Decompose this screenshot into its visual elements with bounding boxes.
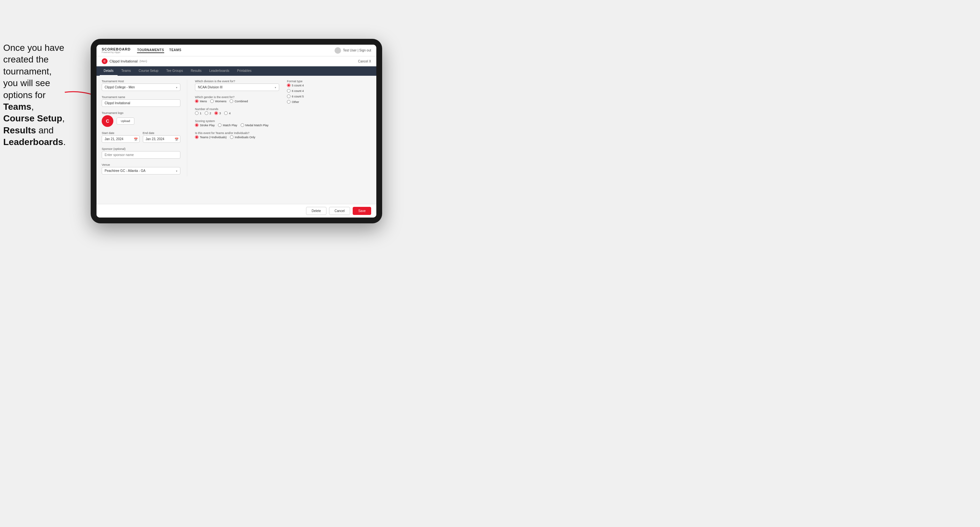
form-right-col: Format type 5 count 4 6 count 4 xyxy=(286,79,371,176)
scoring-match-radio[interactable] xyxy=(218,123,221,127)
gender-mens-radio[interactable] xyxy=(195,99,199,103)
scoring-medal-match-radio[interactable] xyxy=(241,123,244,127)
cancel-button-x[interactable]: Cancel X xyxy=(358,60,371,63)
gender-womens[interactable]: Womens xyxy=(210,99,226,103)
venue-select-wrapper: Peachtree GC - Atlanta - GA xyxy=(102,167,180,175)
cancel-button[interactable]: Cancel xyxy=(329,207,350,215)
format-6count5-radio[interactable] xyxy=(287,95,291,98)
form-middle-col: Which division is the event for? NCAA Di… xyxy=(194,79,279,176)
tab-leaderboards[interactable]: Leaderboards xyxy=(205,67,233,76)
gender-combined[interactable]: Combined xyxy=(230,99,248,103)
logo-subtitle: Powered by clippd xyxy=(102,51,130,53)
tab-results[interactable]: Results xyxy=(187,67,205,76)
teams-label: Is this event for Teams and/or Individua… xyxy=(195,132,279,135)
scoring-match[interactable]: Match Play xyxy=(218,123,237,127)
division-group: Which division is the event for? NCAA Di… xyxy=(195,79,279,91)
tournament-title: C Clippd Invitational (Men) xyxy=(102,58,147,64)
format-6count4-radio[interactable] xyxy=(287,89,291,92)
calendar-icon-2: 📅 xyxy=(175,137,178,141)
tab-course-setup[interactable]: Course Setup xyxy=(135,67,162,76)
rounds-4-radio[interactable] xyxy=(224,111,228,115)
form-footer: Delete Cancel Save xyxy=(97,204,376,217)
venue-group: Venue Peachtree GC - Atlanta - GA xyxy=(102,163,180,175)
tablet-device: SCOREBOARD Powered by clippd TOURNAMENTS… xyxy=(91,39,382,223)
scoring-stroke[interactable]: Stroke Play xyxy=(195,123,215,127)
teams-plus-radio[interactable] xyxy=(195,135,199,139)
tournament-name-label: Tournament name xyxy=(102,95,180,99)
rounds-radio-group: 1 2 3 4 xyxy=(195,111,279,115)
delete-button[interactable]: Delete xyxy=(306,207,326,215)
start-date-group: Start date 📅 xyxy=(102,132,140,143)
venue-label: Venue xyxy=(102,163,180,167)
individuals-only-label: Individuals Only xyxy=(235,136,256,139)
tab-tee-groups[interactable]: Tee Groups xyxy=(162,67,187,76)
format-other[interactable]: Other xyxy=(287,100,371,103)
sponsor-group: Sponsor (optional) xyxy=(102,147,180,159)
format-6count4[interactable]: 6 count 4 xyxy=(287,89,371,92)
teams-plus[interactable]: Teams (+Individuals) xyxy=(195,135,227,139)
tab-bar: Details Teams Course Setup Tee Groups Re… xyxy=(97,67,376,76)
scoring-medal-match[interactable]: Medal Match Play xyxy=(241,123,269,127)
tournament-host-group: Tournament Host Clippd College - Men xyxy=(102,79,180,91)
format-5count4-radio[interactable] xyxy=(287,84,291,87)
tournament-host-label: Tournament Host xyxy=(102,79,180,83)
rounds-4[interactable]: 4 xyxy=(224,111,231,115)
format-6count5[interactable]: 6 count 5 xyxy=(287,95,371,98)
teams-plus-label: Teams (+Individuals) xyxy=(200,136,227,139)
format-6count5-label: 6 count 5 xyxy=(292,95,304,98)
rounds-2-radio[interactable] xyxy=(205,111,208,115)
nav-links: TOURNAMENTS TEAMS xyxy=(137,48,181,53)
format-other-label: Other xyxy=(292,100,299,103)
tournament-name-input[interactable] xyxy=(102,99,180,107)
end-date-label: End date xyxy=(143,132,181,135)
tab-details[interactable]: Details xyxy=(100,67,118,76)
gender-mens[interactable]: Mens xyxy=(195,99,207,103)
save-button[interactable]: Save xyxy=(353,207,371,215)
division-select-wrapper: NCAA Division III xyxy=(195,84,279,91)
sponsor-label: Sponsor (optional) xyxy=(102,147,180,151)
tournament-host-select[interactable]: Clippd College - Men xyxy=(102,84,180,91)
sponsor-input[interactable] xyxy=(102,151,180,159)
teams-radio-group: Teams (+Individuals) Individuals Only xyxy=(195,135,279,139)
format-5count4-label: 5 count 4 xyxy=(292,84,304,87)
division-select[interactable]: NCAA Division III xyxy=(195,84,279,91)
scoring-label: Scoring system xyxy=(195,119,279,123)
scoring-stroke-radio[interactable] xyxy=(195,123,199,127)
user-area: Test User | Sign out xyxy=(334,47,371,54)
gender-combined-radio[interactable] xyxy=(230,99,233,103)
tab-printables[interactable]: Printables xyxy=(233,67,255,76)
tournament-host-select-wrapper: Clippd College - Men xyxy=(102,84,180,91)
upload-button[interactable]: Upload xyxy=(116,117,134,125)
individuals-only-radio[interactable] xyxy=(230,135,234,139)
nav-tournaments[interactable]: TOURNAMENTS xyxy=(137,48,164,53)
gender-womens-radio[interactable] xyxy=(210,99,214,103)
rounds-3[interactable]: 3 xyxy=(215,111,221,115)
individuals-only[interactable]: Individuals Only xyxy=(230,135,256,139)
form-grid: Tournament Host Clippd College - Men Tou… xyxy=(102,79,371,176)
rounds-2[interactable]: 2 xyxy=(205,111,211,115)
rounds-1[interactable]: 1 xyxy=(195,111,202,115)
app-header: SCOREBOARD Powered by clippd TOURNAMENTS… xyxy=(97,44,376,56)
rounds-3-label: 3 xyxy=(219,112,221,115)
tournament-name: Clippd Invitational xyxy=(110,59,138,63)
scoring-radio-group: Stroke Play Match Play Medal Match Play xyxy=(195,123,279,127)
scoring-group: Scoring system Stroke Play Match Play xyxy=(195,119,279,127)
gender-radio-group: Mens Womens Combined xyxy=(195,99,279,103)
format-group: Format type 5 count 4 6 count 4 xyxy=(287,79,371,103)
tab-teams[interactable]: Teams xyxy=(118,67,135,76)
user-label[interactable]: Test User | Sign out xyxy=(343,49,371,52)
app-logo: SCOREBOARD Powered by clippd xyxy=(102,48,130,53)
nav-teams[interactable]: TEAMS xyxy=(169,48,182,53)
scoring-medal-match-label: Medal Match Play xyxy=(245,124,269,127)
format-other-radio[interactable] xyxy=(287,100,291,103)
rounds-4-label: 4 xyxy=(229,112,231,115)
gender-label: Which gender is the event for? xyxy=(195,95,279,99)
rounds-1-radio[interactable] xyxy=(195,111,199,115)
rounds-3-radio[interactable] xyxy=(215,111,218,115)
gender-womens-label: Womens xyxy=(215,100,226,103)
gender-combined-label: Combined xyxy=(234,100,248,103)
start-date-label: Start date xyxy=(102,132,140,135)
format-5count4[interactable]: 5 count 4 xyxy=(287,84,371,87)
gender-mens-label: Mens xyxy=(200,100,207,103)
venue-select[interactable]: Peachtree GC - Atlanta - GA xyxy=(102,167,180,175)
